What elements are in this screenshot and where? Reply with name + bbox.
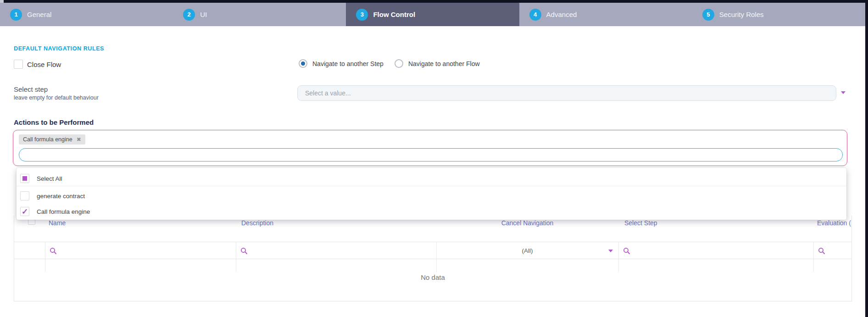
chevron-down-icon	[608, 250, 613, 252]
actions-search-input[interactable]	[19, 148, 843, 161]
tab-flow-control[interactable]: 3 Flow Control	[346, 3, 519, 26]
checkbox-unchecked-icon	[20, 191, 29, 200]
filter-all-value: (All)	[522, 247, 533, 254]
column-header-description[interactable]: Description	[241, 219, 273, 227]
backdrop-right-strip	[865, 0, 868, 317]
tab-advanced[interactable]: 4 Advanced	[519, 3, 692, 26]
actions-multiselect[interactable]: Call formula engine ✖	[13, 130, 847, 166]
search-icon[interactable]	[623, 247, 630, 255]
dropdown-item-call-formula-engine[interactable]: ✓ Call formula engine	[20, 207, 90, 216]
close-flow-label: Close Flow	[27, 61, 61, 68]
step-number-badge: 4	[529, 9, 541, 21]
checkbox-checked-icon: ✓	[20, 207, 29, 216]
dropdown-item-label: Select All	[37, 175, 62, 182]
tab-label: Security Roles	[719, 11, 764, 18]
column-header-name[interactable]: Name	[49, 219, 66, 227]
dropdown-item-select-all[interactable]: Select All	[20, 174, 62, 183]
radio-navigate-step[interactable]: Navigate to another Step	[299, 59, 384, 68]
tag-label: Call formula engine	[23, 136, 72, 143]
actions-dropdown-panel: Select All generate contract ✓ Call form…	[17, 168, 846, 220]
radio-label: Navigate to another Step	[312, 60, 384, 67]
step-number-badge: 1	[10, 9, 22, 21]
tab-label: Advanced	[546, 11, 577, 18]
close-flow-option: Close Flow	[14, 60, 61, 69]
tab-label: General	[27, 11, 51, 18]
dropdown-item-label: generate contract	[37, 193, 85, 200]
column-header-select-step[interactable]: Select Step	[624, 219, 657, 227]
grid-empty-row	[14, 259, 851, 272]
search-icon[interactable]	[240, 247, 248, 255]
wizard-tabbar: 1 General 2 UI 3 Flow Control 4 Advanced…	[0, 3, 865, 26]
navigation-rules-grid: Name Description Cancel Navigation Selec…	[14, 216, 852, 301]
cancel-navigation-filter-select[interactable]: (All)	[436, 242, 618, 259]
radio-selected-icon	[299, 59, 307, 68]
radio-navigate-flow[interactable]: Navigate to another Flow	[395, 59, 480, 68]
step-number-badge: 5	[702, 9, 714, 21]
tag-remove-icon[interactable]: ✖	[77, 136, 81, 143]
select-step-hint: leave empty for default behaviour	[14, 95, 99, 101]
dropdown-item-generate-contract[interactable]: generate contract	[20, 191, 85, 200]
step-number-badge: 3	[356, 9, 368, 21]
section-title: DEFAULT NAVIGATION RULES	[14, 45, 104, 52]
actions-heading: Actions to be Performed	[14, 118, 94, 126]
close-flow-checkbox[interactable]	[14, 60, 23, 69]
chevron-down-icon[interactable]	[841, 91, 846, 94]
radio-label: Navigate to another Flow	[408, 60, 480, 67]
radio-unselected-icon	[395, 59, 403, 68]
no-data-message: No data	[14, 273, 851, 281]
checkbox-indeterminate-icon	[20, 174, 29, 183]
search-icon[interactable]	[50, 247, 57, 255]
selected-action-tag: Call formula engine ✖	[19, 134, 85, 145]
column-header-evaluation[interactable]: Evaluation (	[817, 219, 851, 227]
search-icon[interactable]	[818, 247, 825, 255]
select-step-label: Select step	[14, 85, 48, 93]
tab-label: UI	[200, 11, 207, 18]
tab-security-roles[interactable]: 5 Security Roles	[692, 3, 865, 26]
dropdown-item-label: Call formula engine	[37, 208, 90, 215]
step-number-badge: 2	[183, 9, 195, 21]
grid-filter-row: (All)	[14, 242, 851, 259]
tab-label: Flow Control	[373, 11, 415, 18]
column-header-cancel-navigation[interactable]: Cancel Navigation	[436, 219, 618, 227]
tab-general[interactable]: 1 General	[0, 3, 173, 26]
dropdown-divider	[17, 186, 846, 186]
tab-ui[interactable]: 2 UI	[173, 3, 346, 26]
select-step-input[interactable]	[297, 85, 836, 101]
navigation-radio-group: Navigate to another Step Navigate to ano…	[299, 59, 480, 68]
